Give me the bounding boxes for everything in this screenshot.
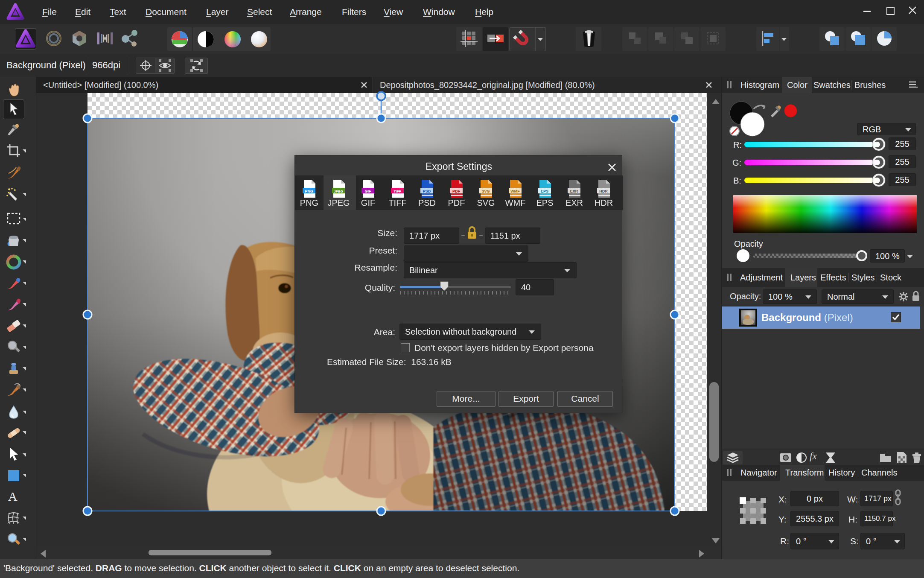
- svg-text:GIF: GIF: [364, 189, 371, 193]
- svg-text:JPEG: JPEG: [334, 190, 343, 193]
- svg-text:TIFF: TIFF: [394, 190, 401, 193]
- svg-text:HDR: HDR: [599, 189, 608, 193]
- svg-text:SVG: SVG: [481, 189, 490, 193]
- svg-text:EXR: EXR: [570, 189, 578, 193]
- svg-text:WMF: WMF: [510, 189, 520, 193]
- svg-text:PSD: PSD: [423, 189, 431, 193]
- svg-text:EPS: EPS: [540, 189, 548, 193]
- svg-text:PNG: PNG: [305, 189, 313, 193]
- svg-text:PDF: PDF: [452, 189, 461, 193]
